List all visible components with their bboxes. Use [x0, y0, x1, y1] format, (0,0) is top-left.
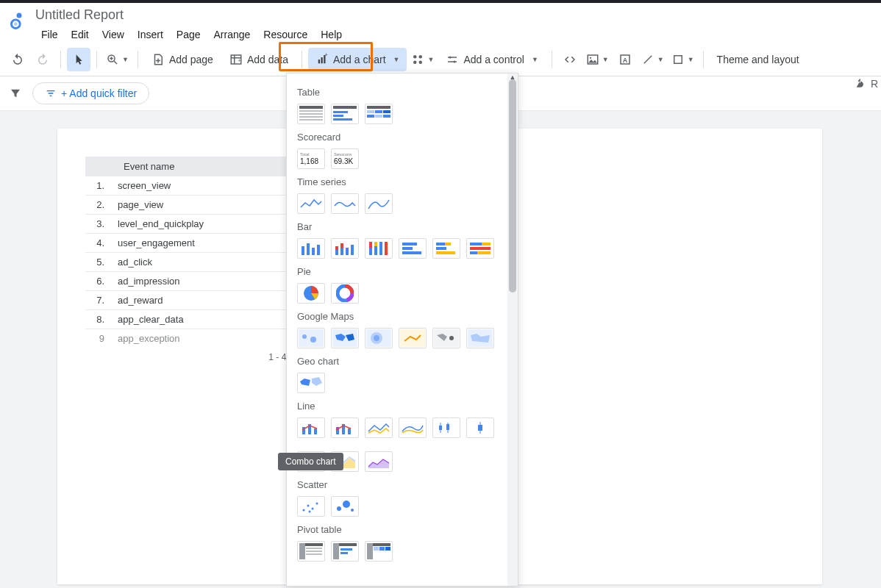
table-header[interactable]: Event name	[85, 157, 291, 176]
chevron-down-icon: ▼	[688, 56, 694, 63]
redo-button[interactable]	[31, 48, 54, 71]
candlestick-single-option[interactable]	[466, 417, 494, 438]
row-value: ad_impression	[118, 276, 291, 287]
section-pie-label: Pie	[297, 266, 497, 277]
table-row[interactable]: 3.level_end_quickplay	[85, 215, 291, 234]
text-button[interactable]: A	[613, 48, 637, 71]
filled-map-option[interactable]	[331, 328, 359, 348]
selection-tool[interactable]	[67, 48, 90, 71]
stacked-bar-100-option[interactable]	[466, 238, 494, 259]
svg-rect-40	[375, 110, 382, 113]
menu-file[interactable]: File	[35, 26, 64, 43]
zoom-button[interactable]: ▼	[103, 48, 132, 71]
smoothed-timeseries-option[interactable]	[365, 193, 393, 214]
menu-page[interactable]: Page	[171, 26, 207, 43]
pivot-table-option[interactable]	[297, 541, 325, 562]
donut-chart-option[interactable]	[331, 283, 359, 304]
row-index: 7.	[85, 295, 118, 306]
table-heatmap-option[interactable]	[365, 104, 393, 124]
community-viz-button[interactable]: ▼	[408, 48, 437, 71]
bubble-map-option[interactable]	[297, 328, 325, 348]
stacked-area-100-option[interactable]	[365, 451, 393, 472]
image-button[interactable]: ▼	[583, 48, 612, 71]
add-page-label: Add page	[169, 54, 213, 65]
toolbar: ▼ Add page +Add data +Add a chart▼ ▼ Add…	[0, 43, 881, 76]
line-map-option[interactable]	[399, 328, 427, 348]
menu-resource[interactable]: Resource	[257, 26, 313, 43]
svg-point-18	[419, 61, 423, 65]
svg-rect-67	[436, 251, 455, 254]
scorecard-option[interactable]: Total1,168	[297, 148, 325, 169]
menu-insert[interactable]: Insert	[132, 26, 169, 43]
undo-button[interactable]	[6, 48, 29, 71]
menu-edit[interactable]: Edit	[65, 26, 95, 43]
row-index: 6.	[85, 276, 118, 287]
scrollbar[interactable]: ▲	[507, 74, 518, 586]
table-row[interactable]: 6.ad_impression	[85, 272, 291, 291]
smoothed-line-option[interactable]	[399, 417, 427, 438]
line-tool-button[interactable]: ▼	[638, 48, 667, 71]
svg-rect-48	[317, 245, 320, 255]
table-chart-option[interactable]	[297, 104, 325, 124]
svg-point-105	[343, 501, 350, 508]
stacked-column-option[interactable]	[331, 238, 359, 259]
table-row[interactable]: 7.ad_reward	[85, 291, 291, 310]
table-row[interactable]: 5.ad_click	[85, 253, 291, 272]
scorecard-value: 1,168	[300, 157, 318, 165]
scatter-chart-option[interactable]	[297, 496, 325, 517]
add-control-button[interactable]: Add a control▼	[438, 48, 545, 71]
sparkline-option[interactable]	[331, 193, 359, 214]
combo-map-option[interactable]	[432, 328, 460, 348]
pie-chart-option[interactable]	[297, 283, 325, 304]
event-table[interactable]: Event name 1.screen_view 2.page_view 3.l…	[85, 157, 291, 348]
row-index: 3.	[85, 218, 118, 229]
bar-chart-option[interactable]	[399, 238, 427, 259]
filter-icon[interactable]	[9, 87, 24, 100]
svg-rect-47	[312, 248, 315, 255]
svg-point-101	[312, 508, 314, 510]
scorecard-compact-option[interactable]: Sessions69.3K	[331, 148, 359, 169]
table-row[interactable]: 9app_exception	[85, 329, 291, 348]
undo-icon[interactable]	[855, 78, 866, 90]
document-title[interactable]: Untitled Report	[35, 6, 872, 24]
svg-rect-66	[436, 247, 446, 250]
add-chart-button[interactable]: +Add a chart▼	[308, 48, 407, 71]
svg-rect-44	[383, 115, 390, 118]
combo-line-bar-option[interactable]	[297, 417, 325, 438]
shape-tool-button[interactable]: ▼	[668, 48, 697, 71]
add-page-button[interactable]: Add page	[144, 48, 221, 71]
menu-view[interactable]: View	[96, 26, 130, 43]
svg-rect-117	[367, 543, 373, 559]
bubble-chart-option[interactable]	[331, 496, 359, 517]
table-row[interactable]: 4.user_engagement	[85, 234, 291, 253]
embed-button[interactable]	[558, 48, 582, 71]
add-quick-filter-button[interactable]: + Add quick filter	[32, 82, 149, 104]
column-chart-option[interactable]	[297, 238, 325, 259]
stacked-bar-option[interactable]	[432, 238, 460, 259]
svg-rect-96	[446, 424, 449, 430]
svg-rect-41	[383, 110, 390, 113]
table-row[interactable]: 8.app_clear_data	[85, 310, 291, 329]
pivot-heatmap-option[interactable]	[365, 541, 393, 562]
stacked-column-100-option[interactable]	[365, 238, 393, 259]
timeseries-option[interactable]	[297, 193, 325, 214]
line-chart-option[interactable]	[365, 417, 393, 438]
add-data-button[interactable]: +Add data	[222, 48, 296, 71]
menu-arrange[interactable]: Arrange	[208, 26, 257, 43]
chevron-down-icon: ▼	[122, 56, 129, 63]
pivot-bars-option[interactable]	[331, 541, 359, 562]
satellite-map-option[interactable]	[466, 328, 494, 348]
menu-help[interactable]: Help	[315, 26, 348, 43]
svg-point-104	[337, 506, 341, 511]
table-bars-option[interactable]	[331, 104, 359, 124]
scrollbar-thumb[interactable]	[509, 79, 516, 293]
row-value: ad_reward	[118, 295, 291, 306]
candlestick-option[interactable]	[432, 417, 460, 438]
geo-chart-option[interactable]	[297, 373, 325, 393]
heatmap-map-option[interactable]	[365, 328, 393, 348]
table-row[interactable]: 2.page_view	[85, 196, 291, 215]
svg-rect-83	[434, 329, 459, 347]
theme-layout-button[interactable]: Theme and layout	[710, 48, 807, 71]
combo-stacked-option[interactable]	[331, 417, 359, 438]
table-row[interactable]: 1.screen_view	[85, 176, 291, 196]
